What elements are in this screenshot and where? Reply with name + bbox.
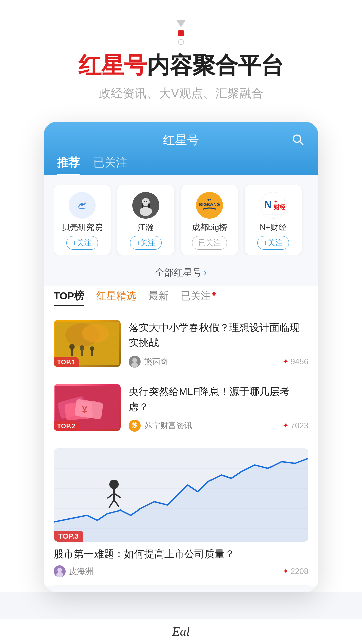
author-avatar-1: [129, 356, 141, 368]
svg-rect-26: [91, 350, 93, 356]
main-title-black: 内容聚合平台: [147, 52, 284, 78]
following-tab-dot: [212, 292, 216, 296]
news-meta-1: 熊丙奇 ✦ 9456: [129, 356, 308, 368]
news-stats-1: ✦ 9456: [283, 357, 308, 366]
channel-card-jianghan: 江瀚 +关注: [117, 185, 174, 255]
svg-point-3: [80, 203, 84, 206]
author3-avatar-icon: [54, 565, 66, 577]
author-name-1: 熊丙奇: [144, 356, 168, 367]
svg-point-48: [57, 568, 62, 572]
search-button[interactable]: [290, 132, 305, 148]
svg-text:¥: ¥: [82, 404, 87, 415]
svg-rect-24: [81, 350, 83, 356]
news-big-meta-3: 皮海洲 ✦ 2208: [54, 565, 308, 577]
svg-line-1: [300, 141, 303, 145]
follow-btn-ncj[interactable]: +关注: [257, 236, 289, 250]
svg-point-49: [56, 572, 63, 577]
news-stats-3: ✦ 2208: [283, 567, 308, 576]
author-avatar-3: [54, 565, 66, 577]
news-thumb-1: TOP.1: [54, 320, 121, 367]
news-count-3: 2208: [291, 567, 308, 576]
signal-indicator: [176, 20, 186, 45]
tab-latest[interactable]: 最新: [148, 289, 169, 306]
star-icon-2: ✦: [283, 421, 289, 430]
content-tabs: TOP榜 红星精选 最新 已关注: [44, 286, 318, 312]
news-count-2: 7023: [291, 421, 308, 430]
svg-text:N: N: [264, 198, 272, 210]
svg-point-41: [109, 480, 119, 489]
svg-point-6: [140, 207, 152, 216]
channel-cards-row: 贝壳研究院 +关注: [54, 185, 308, 255]
follow-btn-bigbang[interactable]: 已关注: [192, 236, 227, 250]
bottom-bar-text: Eal: [172, 624, 190, 638]
tab-following[interactable]: 已关注: [181, 289, 216, 306]
channel-avatar-jianghan: [132, 192, 159, 219]
author-name-3: 皮海洲: [69, 566, 93, 577]
svg-text:TZ: TZ: [208, 199, 212, 202]
svg-point-23: [80, 345, 84, 350]
author1-avatar-icon: [129, 356, 141, 368]
signal-red-dot: [178, 30, 184, 36]
news-list: TOP.1 落实大中小学春秋假？理想设计面临现实挑战: [44, 312, 318, 586]
phone-card: 红星号 推荐 已关注: [44, 122, 318, 592]
top-badge-1: TOP.1: [54, 357, 79, 367]
top-section: 红星号内容聚合平台 政经资讯、大V观点、汇聚融合 红星号 推荐: [0, 0, 362, 592]
phone-nav-tabs: 推荐 已关注: [57, 155, 305, 175]
news-body-2: 央行突然给MLF降息！源于哪几层考虑？ 苏 苏宁财富资讯 ✦ 7023: [129, 384, 308, 432]
svg-rect-8: [148, 203, 150, 208]
news-author-2: 苏 苏宁财富资讯: [129, 420, 192, 432]
see-all-arrow-icon: ›: [204, 267, 207, 278]
svg-point-10: [146, 201, 147, 202]
tab-top[interactable]: TOP榜: [54, 289, 84, 306]
svg-text:财经: 财经: [273, 204, 285, 211]
channel-name-jianghan: 江瀚: [138, 222, 154, 233]
news-item-2[interactable]: ¥ TOP.2 央行突然给MLF降息！源于哪几层考虑？ 苏 苏宁财富资讯: [54, 376, 308, 440]
news-big-title-3: 股市第一难题：如何提高上市公司质量？: [54, 547, 308, 561]
phone-header-title: 红星号: [163, 132, 199, 148]
bigbang-logo-icon: TZ BIGBANG: [196, 192, 223, 219]
follow-btn-jianghan[interactable]: +关注: [130, 236, 162, 250]
phone-content: 贝壳研究院 +关注: [44, 175, 318, 592]
news-item-3[interactable]: TOP.3 股市第一难题：如何提高上市公司质量？: [54, 440, 308, 586]
search-icon: [290, 132, 305, 147]
tab-recommended[interactable]: 推荐: [57, 155, 80, 175]
phone-mockup-wrapper: 红星号 推荐 已关注: [0, 122, 362, 592]
tab-redstar[interactable]: 红星精选: [96, 289, 136, 306]
author-avatar-2: 苏: [129, 420, 141, 432]
jianghan-avatar-icon: [132, 192, 159, 219]
ncj-logo-icon: N + 财经: [261, 195, 285, 215]
star-icon-3: ✦: [283, 567, 289, 576]
see-all-text: 全部红星号: [155, 266, 202, 279]
news-author-1: 熊丙奇: [129, 356, 168, 368]
tab-following[interactable]: 已关注: [93, 155, 127, 175]
subtitle: 政经资讯、大V观点、汇聚融合: [99, 85, 263, 102]
star-icon-1: ✦: [283, 357, 289, 366]
channel-name-bigbang: 成都big榜: [192, 222, 227, 233]
top-badge-3: TOP.3: [54, 531, 83, 542]
channel-avatar-ncj: N + 财经: [260, 192, 287, 219]
see-all-row[interactable]: 全部红星号 ›: [54, 263, 308, 286]
channel-avatar-beike: [69, 192, 96, 219]
news-body-1: 落实大中小学春秋假？理想设计面临现实挑战: [129, 320, 308, 368]
signal-circle-dot: [178, 39, 184, 45]
channel-name-beike: 贝壳研究院: [62, 222, 102, 233]
channel-card-ncj: N + 财经 N+财经 +关注: [245, 185, 302, 255]
beike-logo-icon: [74, 197, 90, 214]
signal-triangle-icon: [176, 20, 186, 28]
top-badge-2: TOP.2: [54, 421, 79, 431]
news-meta-2: 苏 苏宁财富资讯 ✦ 7023: [129, 420, 308, 432]
svg-rect-22: [71, 349, 73, 356]
news-item-1[interactable]: TOP.1 落实大中小学春秋假？理想设计面临现实挑战: [54, 312, 308, 376]
follow-btn-beike[interactable]: +关注: [66, 236, 98, 250]
stock-graph-icon: [54, 448, 308, 542]
svg-text:BIGBANG: BIGBANG: [199, 202, 220, 207]
main-title: 红星号内容聚合平台: [78, 52, 284, 79]
phone-header: 红星号 推荐 已关注: [44, 122, 318, 175]
svg-text:+: +: [274, 199, 277, 204]
svg-point-20: [82, 324, 109, 343]
news-title-2: 央行突然给MLF降息！源于哪几层考虑？: [129, 384, 308, 414]
author-name-2: 苏宁财富资讯: [144, 420, 192, 431]
svg-point-28: [132, 358, 137, 363]
svg-rect-7: [142, 203, 143, 208]
news-stats-2: ✦ 7023: [283, 421, 308, 430]
